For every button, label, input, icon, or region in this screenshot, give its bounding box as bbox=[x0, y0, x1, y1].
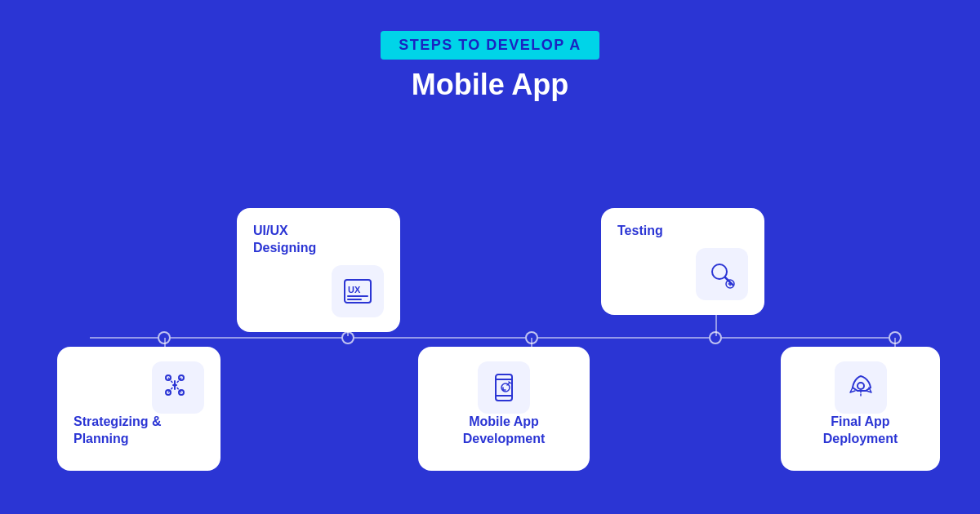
rocket-icon bbox=[844, 371, 877, 404]
mobile-icon bbox=[488, 371, 520, 404]
ux-icon: UX bbox=[341, 275, 374, 308]
title-badge-text: STEPS TO DEVELOP A bbox=[399, 37, 581, 53]
icon-box-uiux: UX bbox=[332, 265, 384, 317]
page-container: STEPS TO DEVELOP A Mobile App bbox=[0, 0, 980, 514]
testing-icon bbox=[706, 258, 738, 290]
timeline-line bbox=[90, 337, 890, 339]
strategy-icon bbox=[162, 371, 194, 404]
header: STEPS TO DEVELOP A Mobile App bbox=[381, 31, 599, 102]
svg-line-7 bbox=[175, 378, 181, 385]
timeline-area: Strategizing &Planning UI/UXDesigning UX bbox=[41, 126, 939, 514]
title-badge: STEPS TO DEVELOP A bbox=[381, 31, 599, 60]
card-mobile: Mobile AppDevelopment bbox=[418, 347, 590, 471]
icon-box-mobile bbox=[478, 361, 530, 414]
icon-box-testing bbox=[696, 248, 748, 300]
card-label-final: Final AppDeployment bbox=[823, 414, 898, 448]
card-testing: Testing bbox=[601, 208, 764, 315]
card-label-mobile: Mobile AppDevelopment bbox=[463, 414, 545, 448]
card-label-strategizing: Strategizing &Planning bbox=[74, 414, 162, 448]
page-title: Mobile App bbox=[412, 68, 569, 102]
card-strategizing: Strategizing &Planning bbox=[57, 347, 220, 471]
card-label-testing: Testing bbox=[617, 223, 663, 240]
svg-line-8 bbox=[168, 385, 175, 392]
svg-text:UX: UX bbox=[348, 285, 361, 295]
svg-point-27 bbox=[858, 383, 864, 389]
svg-line-6 bbox=[168, 378, 175, 385]
card-label-uiux: UI/UXDesigning bbox=[253, 223, 316, 257]
card-final: Final AppDeployment bbox=[781, 347, 940, 471]
svg-line-9 bbox=[175, 385, 181, 392]
icon-box-strategy bbox=[152, 361, 204, 414]
icon-box-final bbox=[835, 361, 887, 414]
card-uiux: UI/UXDesigning UX bbox=[237, 208, 400, 332]
